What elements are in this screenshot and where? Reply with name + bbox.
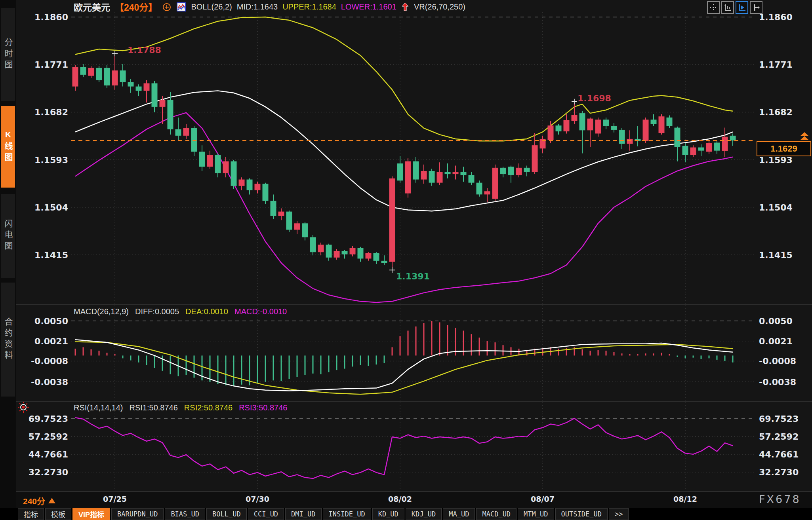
candle xyxy=(508,167,514,175)
chart-mode-buttons xyxy=(707,1,762,14)
toolbar-tab-kdud[interactable]: KD_UD xyxy=(372,508,404,520)
svg-text:1.1391: 1.1391 xyxy=(396,271,430,281)
price-up-arrows-icon xyxy=(799,132,810,143)
svg-text:69.7523: 69.7523 xyxy=(29,414,68,424)
circle-plus-icon[interactable] xyxy=(162,2,172,11)
toolbar-tab-maud[interactable]: MA_UD xyxy=(443,508,475,520)
svg-text:1.1415: 1.1415 xyxy=(34,250,68,260)
candle xyxy=(453,172,459,174)
candle xyxy=(595,120,601,133)
rsi-panel-header: RSI(14,14,14) RSI1:50.8746 RSI2:50.8746 … xyxy=(74,403,288,412)
candle xyxy=(231,161,237,186)
candle xyxy=(350,248,356,254)
sidebar-tab-contract-info[interactable]: 合约资料 xyxy=(1,283,15,397)
date-label: 07/25 xyxy=(103,495,127,503)
sidebar-tab-time-chart[interactable]: 分时图 xyxy=(1,8,15,101)
candle xyxy=(183,128,189,136)
rsi-title: RSI(14,14,14) xyxy=(74,403,123,412)
candle xyxy=(239,180,245,186)
svg-text:-0.0008: -0.0008 xyxy=(31,356,68,366)
candle xyxy=(524,168,530,172)
candle xyxy=(302,223,308,237)
toolbar-tab-[interactable]: 指标 xyxy=(18,508,44,520)
svg-text:1.1504: 1.1504 xyxy=(34,203,68,213)
trading-app-window: 1.17881.16981.13911.18601.18601.17711.17… xyxy=(0,0,812,520)
svg-text:1.1698: 1.1698 xyxy=(578,93,611,103)
candle xyxy=(492,168,498,199)
toolbar-tab-mtmud[interactable]: MTM_UD xyxy=(518,508,554,520)
toolbar-tab-macdud[interactable]: MACD_UD xyxy=(476,508,517,520)
candle xyxy=(152,83,158,106)
candle xyxy=(278,212,284,216)
candle xyxy=(722,137,728,151)
svg-text:1.1593: 1.1593 xyxy=(34,155,68,165)
pan-crosshair-button[interactable] xyxy=(707,1,720,14)
toolbar-tab-vip[interactable]: VIP指标 xyxy=(72,508,110,520)
svg-text:1.1415: 1.1415 xyxy=(759,250,793,260)
chart-canvas: 1.17881.16981.13911.18601.18601.17711.17… xyxy=(0,0,812,508)
toolbar-tab-dmiud[interactable]: DMI_UD xyxy=(285,508,321,520)
candle xyxy=(80,67,86,75)
axis-shift-button[interactable] xyxy=(750,1,762,14)
candle xyxy=(682,146,688,155)
toolbar-tab->>[interactable]: >> xyxy=(609,508,629,520)
footer-period[interactable]: 240分 xyxy=(23,495,55,507)
up-arrow-icon xyxy=(401,2,409,11)
sidebar-tab-kline-chart[interactable]: K线图 xyxy=(1,106,15,188)
macd-panel-header: MACD(26,12,9) DIFF:0.0005 DEA:0.0010 MAC… xyxy=(74,307,287,316)
candle xyxy=(334,251,340,258)
candle xyxy=(484,191,490,194)
sidebar-tab-lightning-chart[interactable]: 闪电图 xyxy=(1,194,15,278)
candle xyxy=(286,212,292,230)
candle xyxy=(627,139,633,144)
boll-upper-value: UPPER:1.1684 xyxy=(282,2,336,11)
candle xyxy=(255,184,261,190)
svg-text:44.7661: 44.7661 xyxy=(29,450,68,459)
brand-watermark: FX678 xyxy=(759,493,801,505)
candle xyxy=(168,100,173,129)
mini-chart-icon[interactable] xyxy=(176,2,186,12)
candle xyxy=(603,120,609,126)
candle xyxy=(675,128,680,147)
candle xyxy=(389,178,395,262)
toolbar-tab-barupdnud[interactable]: BARUPDN_UD xyxy=(111,508,164,520)
toolbar-tab-bollud[interactable]: BOLL_UD xyxy=(206,508,247,520)
candle xyxy=(381,261,387,263)
axis-bars-button[interactable] xyxy=(721,1,734,14)
axis-play-button[interactable] xyxy=(736,1,748,14)
candle xyxy=(643,120,649,141)
candle xyxy=(579,113,585,130)
period-label[interactable]: 【240分】 xyxy=(115,0,157,13)
candle xyxy=(160,100,166,107)
candle xyxy=(619,130,625,144)
candle xyxy=(104,68,110,85)
alert-record-icon[interactable] xyxy=(17,401,29,415)
svg-text:1.1682: 1.1682 xyxy=(759,107,793,117)
candle xyxy=(413,161,419,180)
boll-lower-value: LOWER:1.1601 xyxy=(341,2,396,11)
rsi3-value: RSI3:50.8746 xyxy=(239,403,287,412)
candle xyxy=(421,171,427,180)
candle xyxy=(88,68,94,76)
toolbar-tab-kdjud[interactable]: KDJ_UD xyxy=(406,508,442,520)
candle xyxy=(223,161,229,173)
candle xyxy=(263,184,269,201)
candle xyxy=(556,125,562,131)
candle xyxy=(374,253,379,261)
toolbar-tab-biasud[interactable]: BIAS_UD xyxy=(165,508,205,520)
toolbar-tab-outsideud[interactable]: OUTSIDE_UD xyxy=(555,508,608,520)
symbol-title: 欧元美元 xyxy=(74,0,110,13)
candle xyxy=(461,172,467,175)
candle xyxy=(445,172,451,174)
candle xyxy=(136,87,142,91)
toolbar-tab-insideud[interactable]: INSIDE_UD xyxy=(323,508,371,520)
svg-text:32.2730: 32.2730 xyxy=(759,467,799,477)
toolbar-tab-[interactable]: 模板 xyxy=(45,508,71,520)
boll-label: BOLL(26,2) xyxy=(191,2,232,11)
svg-text:-0.0038: -0.0038 xyxy=(759,377,796,387)
toolbar-tab-cciud[interactable]: CCI_UD xyxy=(248,508,284,520)
candle xyxy=(144,83,150,91)
macd-title: MACD(26,12,9) xyxy=(74,307,129,316)
candle xyxy=(564,120,570,131)
current-price-tag: 1.1629 xyxy=(757,141,811,156)
